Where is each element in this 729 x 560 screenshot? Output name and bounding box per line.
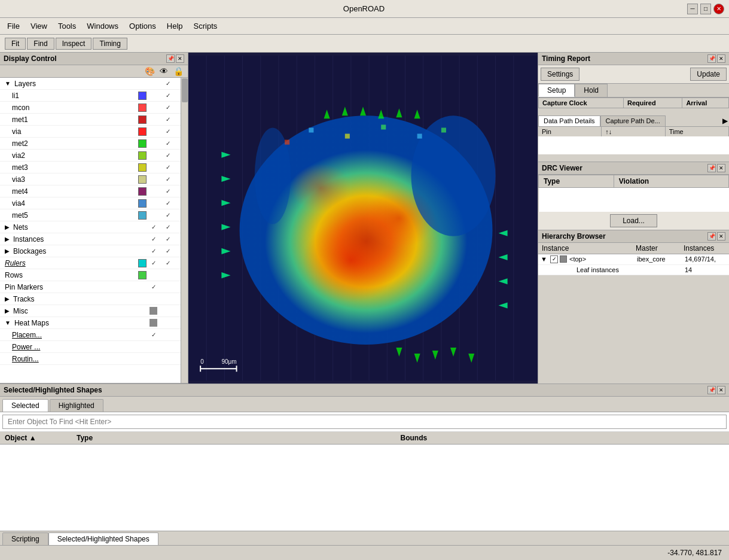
find-button[interactable]: Find: [27, 38, 54, 50]
hier-top-row[interactable]: ▼ ✓ <top> ibex_core 14,697/14,: [538, 254, 729, 265]
mcon-visible-cb[interactable]: [150, 104, 158, 112]
maximize-button[interactable]: □: [700, 4, 711, 14]
drc-pin-btn[interactable]: 📌: [707, 164, 716, 172]
minimize-button[interactable]: ─: [687, 4, 698, 14]
via2-lock-cb[interactable]: [164, 151, 172, 160]
tab-scripting[interactable]: Scripting: [2, 532, 48, 545]
dc-close-btn[interactable]: ✕: [176, 54, 184, 63]
via2-color-swatch[interactable]: [138, 151, 147, 160]
misc-visible-cb[interactable]: [150, 307, 157, 315]
hier-top-checkbox[interactable]: ✓: [550, 255, 558, 263]
path-scroll[interactable]: [538, 136, 729, 154]
tab-capture-path[interactable]: Capture Path De...: [600, 115, 666, 126]
placement-lock-cb[interactable]: [164, 331, 172, 339]
rulers-row[interactable]: Rulers: [0, 257, 181, 269]
met4-visible-cb[interactable]: [150, 187, 158, 196]
met1-visible-cb[interactable]: [150, 115, 158, 124]
rows-visible-cb[interactable]: [150, 271, 158, 279]
tracks-group-row[interactable]: ▶ Tracks: [0, 293, 181, 305]
li1-color-swatch[interactable]: [138, 92, 147, 100]
met3-visible-cb[interactable]: [150, 163, 158, 172]
misc-group-row[interactable]: ▶ Misc: [0, 305, 181, 317]
menu-file[interactable]: File: [2, 20, 25, 32]
tab-selected[interactable]: Selected: [2, 399, 48, 412]
met1-lock-cb[interactable]: [164, 115, 172, 124]
blockages-expand-icon[interactable]: ▶: [5, 248, 10, 254]
instances-lock-cb[interactable]: [164, 235, 172, 244]
timing-horiz-scroll[interactable]: [538, 108, 729, 115]
hier-close-btn[interactable]: ✕: [717, 232, 725, 241]
routing-lock-cb[interactable]: [164, 355, 172, 363]
center-canvas-panel[interactable]: 0 90μm: [188, 53, 538, 384]
menu-help[interactable]: Help: [162, 20, 188, 32]
dc-scroll[interactable]: ▼ Layers li1: [0, 78, 181, 383]
rulers-lock-cb[interactable]: [164, 259, 172, 267]
drc-load-button[interactable]: Load...: [610, 214, 657, 227]
via4-lock-cb[interactable]: [164, 199, 172, 208]
blockages-visible-cb[interactable]: [150, 247, 158, 255]
met2-color-swatch[interactable]: [138, 139, 147, 148]
rows-row[interactable]: Rows: [0, 269, 181, 281]
path-horiz-scroll[interactable]: [538, 154, 729, 162]
heat-maps-lock-cb[interactable]: [164, 319, 172, 327]
blockages-group-row[interactable]: ▶ Blockages: [0, 245, 181, 257]
canvas-area[interactable]: 0 90μm: [188, 53, 538, 384]
menu-scripts[interactable]: Scripts: [189, 20, 222, 32]
heat-maps-expand-icon[interactable]: ▼: [5, 319, 11, 326]
nets-group-row[interactable]: ▶ Nets: [0, 221, 181, 233]
menu-view[interactable]: View: [26, 20, 52, 32]
via2-visible-cb[interactable]: [150, 151, 158, 160]
tab-selected-highlighted-shapes[interactable]: Selected/Highlighted Shapes: [48, 532, 158, 545]
met4-color-swatch[interactable]: [138, 187, 147, 196]
tab-setup[interactable]: Setup: [538, 84, 575, 97]
rows-color-swatch[interactable]: [138, 271, 147, 279]
inspect-button[interactable]: Inspect: [56, 38, 92, 50]
li1-lock-cb[interactable]: [164, 92, 172, 100]
via3-visible-cb[interactable]: [150, 175, 158, 184]
tracks-lock-cb[interactable]: [164, 295, 172, 303]
routing-row[interactable]: Routin...: [0, 353, 181, 365]
hier-scroll[interactable]: ▼ ✓ <top> ibex_core 14,697/14, Leaf inst…: [538, 254, 729, 377]
hier-pin-btn[interactable]: 📌: [707, 232, 716, 241]
tab-data-path[interactable]: Data Path Details: [538, 115, 600, 126]
instances-expand-icon[interactable]: ▶: [5, 236, 10, 242]
update-button[interactable]: Update: [690, 68, 727, 81]
path-tab-arrow[interactable]: ▶: [721, 115, 729, 126]
heat-maps-visible-cb[interactable]: [150, 319, 157, 327]
power-lock-cb[interactable]: [164, 343, 172, 351]
tab-hold[interactable]: Hold: [575, 84, 608, 97]
sh-close-btn[interactable]: ✕: [717, 386, 725, 394]
rows-lock-cb[interactable]: [164, 271, 172, 279]
met5-color-swatch[interactable]: [138, 211, 147, 220]
sh-pin-btn[interactable]: 📌: [707, 386, 716, 394]
menu-tools[interactable]: Tools: [53, 20, 81, 32]
via-visible-cb[interactable]: [150, 127, 158, 136]
nets-visible-cb[interactable]: [150, 223, 158, 232]
dc-scrollbar-thumb[interactable]: [182, 78, 188, 102]
shape-search-input[interactable]: [2, 415, 727, 429]
mcon-color-swatch[interactable]: [138, 104, 147, 112]
rulers-color-swatch[interactable]: [138, 259, 147, 267]
layers-group-row[interactable]: ▼ Layers: [0, 78, 181, 90]
layers-lock-cb[interactable]: [164, 80, 172, 88]
rulers-visible-cb[interactable]: [150, 259, 158, 267]
hier-expand-arrow[interactable]: ▼: [541, 255, 550, 263]
fit-button[interactable]: Fit: [5, 38, 26, 50]
timing-pin-btn[interactable]: 📌: [707, 54, 716, 63]
misc-lock-cb[interactable]: [164, 307, 172, 315]
heat-maps-group-row[interactable]: ▼ Heat Maps: [0, 317, 181, 329]
pin-markers-lock-cb[interactable]: [164, 283, 172, 291]
drc-close-btn[interactable]: ✕: [717, 164, 725, 172]
met5-lock-cb[interactable]: [164, 211, 172, 220]
hier-horiz-scroll[interactable]: [538, 376, 729, 384]
blockages-lock-cb[interactable]: [164, 247, 172, 255]
met3-color-swatch[interactable]: [138, 163, 147, 172]
shape-table-body[interactable]: [0, 445, 729, 531]
via-lock-cb[interactable]: [164, 127, 172, 136]
routing-visible-cb[interactable]: [150, 355, 158, 363]
pin-markers-visible-cb[interactable]: [150, 283, 158, 291]
placement-row[interactable]: Placem...: [0, 329, 181, 341]
timing-scroll[interactable]: Capture Clock Required Arrival: [538, 98, 729, 108]
met2-lock-cb[interactable]: [164, 139, 172, 148]
dc-pin-btn[interactable]: 📌: [166, 54, 175, 63]
